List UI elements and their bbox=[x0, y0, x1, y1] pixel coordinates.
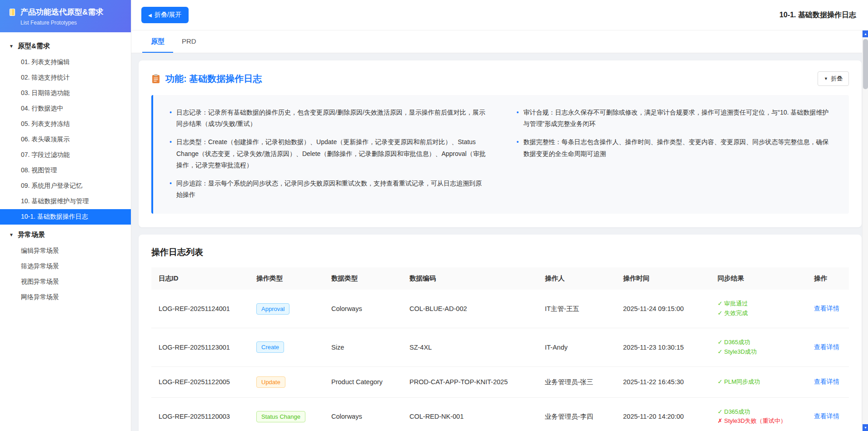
sync-status-line: ✓ D365成功 bbox=[718, 407, 799, 417]
feature-title-text: 功能: 基础数据操作日志 bbox=[165, 73, 262, 85]
action-cell: 查看详情 bbox=[807, 366, 849, 397]
table-header-row: 日志ID操作类型数据类型数据编码操作人操作时间同步结果操作 bbox=[151, 267, 849, 290]
log-id-cell: LOG-REF-20251123001 bbox=[151, 328, 249, 366]
column-header: 操作类型 bbox=[249, 267, 324, 290]
operation-type-cell: Create bbox=[249, 328, 324, 366]
sync-result-cell: ✓ PLM同步成功 bbox=[710, 366, 807, 397]
sync-result-cell: ✓ D365成功✓ Style3D成功 bbox=[710, 328, 807, 366]
data-type-cell: Product Category bbox=[324, 366, 402, 397]
log-table-card: 操作日志列表 日志ID操作类型数据类型数据编码操作人操作时间同步结果操作 LOG… bbox=[139, 235, 862, 431]
action-cell: 查看详情 bbox=[807, 397, 849, 431]
feature-bullet: 日志记录：记录所有基础数据的操作历史，包含变更原因/删除原因/失效激活原因，显示… bbox=[169, 107, 487, 130]
operator-cell: 业务管理员-李四 bbox=[538, 397, 616, 431]
scrollbar[interactable]: ▲ ▼ bbox=[862, 30, 868, 431]
sidebar-item[interactable]: 08. 视图管理 bbox=[0, 163, 131, 178]
view-detail-link[interactable]: 查看详情 bbox=[814, 305, 839, 312]
sync-status-line: ✓ 失效完成 bbox=[718, 309, 799, 318]
log-table-title: 操作日志列表 bbox=[151, 246, 849, 258]
breadcrumb: 10-1. 基础数据操作日志 bbox=[779, 10, 856, 20]
operation-type-cell: Approval bbox=[249, 290, 324, 328]
table-row: LOG-REF-20251123001CreateSizeSZ-4XLIT-An… bbox=[151, 328, 849, 366]
sync-result-cell: ✓ 审批通过✓ 失效完成 bbox=[710, 290, 807, 328]
operation-type-badge: Status Change bbox=[256, 411, 305, 422]
feature-bullet: 同步追踪：显示每个系统的同步状态，记录同步失败原因和重试次数，支持查看重试记录，… bbox=[169, 178, 487, 200]
sidebar: 产品功能迭代原型&需求 List Feature Prototypes ▼原型&… bbox=[0, 0, 131, 431]
log-table: 日志ID操作类型数据类型数据编码操作人操作时间同步结果操作 LOG-REF-20… bbox=[151, 267, 849, 431]
sidebar-item[interactable]: 编辑异常场景 bbox=[0, 243, 131, 259]
operation-type-cell: Update bbox=[249, 366, 324, 397]
feature-bullet: 审计合规：日志永久保存不可删除或修改，满足审计合规要求，操作可追溯责任可定位，与… bbox=[516, 107, 834, 130]
sidebar-section-label: 异常场景 bbox=[18, 231, 45, 239]
feature-collapse-label: 折叠 bbox=[831, 75, 843, 83]
main-area: ◀ 折叠/展开 10-1. 基础数据操作日志 原型PRD bbox=[131, 0, 868, 431]
table-row: LOG-REF-20251122005UpdateProduct Categor… bbox=[151, 366, 849, 397]
tabs-bar: 原型PRD bbox=[131, 30, 868, 53]
data-code-cell: PROD-CAT-APP-TOP-KNIT-2025 bbox=[402, 366, 538, 397]
chevron-down-icon: ▼ bbox=[824, 76, 828, 81]
data-type-cell: Colorways bbox=[324, 290, 402, 328]
sidebar-item[interactable]: 筛选异常场景 bbox=[0, 259, 131, 274]
operation-type-badge: Create bbox=[256, 341, 284, 353]
tab-prototype[interactable]: 原型 bbox=[142, 30, 173, 53]
sidebar-item[interactable]: 06. 表头吸顶展示 bbox=[0, 132, 131, 147]
sync-status-line: ✓ 审批通过 bbox=[718, 299, 799, 309]
sidebar-section-exception-scenarios[interactable]: ▼异常场景 bbox=[0, 225, 131, 243]
feature-bullet: 日志类型：Create（创建操作，记录初始数据）、Update（更新操作，记录变… bbox=[169, 136, 487, 171]
sync-status-line: ✓ Style3D成功 bbox=[718, 347, 799, 357]
clipboard-icon bbox=[151, 74, 160, 84]
sidebar-item[interactable]: 02. 筛选支持统计 bbox=[0, 70, 131, 85]
action-cell: 查看详情 bbox=[807, 290, 849, 328]
column-header: 日志ID bbox=[151, 267, 249, 290]
sync-status-line: ✓ PLM同步成功 bbox=[718, 377, 799, 387]
chevron-down-icon: ▼ bbox=[9, 44, 14, 49]
column-header: 数据编码 bbox=[402, 267, 538, 290]
data-code-cell: COL-BLUE-AD-002 bbox=[402, 290, 538, 328]
data-code-cell: COL-RED-NK-001 bbox=[402, 397, 538, 431]
sidebar-item[interactable]: 05. 列表支持冻结 bbox=[0, 116, 131, 132]
sidebar-item[interactable]: 04. 行数据选中 bbox=[0, 101, 131, 116]
feature-bullet: 数据完整性：每条日志包含操作人、操作时间、操作类型、变更内容、变更原因、同步状态… bbox=[516, 136, 834, 159]
feature-card: 功能: 基础数据操作日志 ▼ 折叠 日志记录：记录所有基础数据的操作历史，包含变… bbox=[139, 60, 862, 227]
operation-time-cell: 2025-11-24 09:15:00 bbox=[616, 290, 710, 328]
topbar: ◀ 折叠/展开 10-1. 基础数据操作日志 bbox=[131, 0, 868, 30]
chevron-down-icon: ▼ bbox=[9, 232, 14, 237]
data-code-cell: SZ-4XL bbox=[402, 328, 538, 366]
sidebar-item[interactable]: 网络异常场景 bbox=[0, 290, 131, 305]
column-header: 操作 bbox=[807, 267, 849, 290]
feature-collapse-button[interactable]: ▼ 折叠 bbox=[818, 71, 849, 86]
sidebar-nav: ▼原型&需求01. 列表支持编辑02. 筛选支持统计03. 日期筛选功能04. … bbox=[0, 32, 131, 305]
operator-cell: 业务管理员-张三 bbox=[538, 366, 616, 397]
scrollbar-thumb[interactable] bbox=[863, 39, 868, 89]
table-row: LOG-REF-20251124001ApprovalColorwaysCOL-… bbox=[151, 290, 849, 328]
sidebar-item[interactable]: 10-1. 基础数据操作日志 bbox=[0, 209, 131, 225]
sidebar-section-prototype-requirements[interactable]: ▼原型&需求 bbox=[0, 36, 131, 55]
view-detail-link[interactable]: 查看详情 bbox=[814, 343, 839, 351]
sidebar-item[interactable]: 视图异常场景 bbox=[0, 274, 131, 290]
sidebar-item[interactable]: 01. 列表支持编辑 bbox=[0, 55, 131, 70]
chevron-left-icon: ◀ bbox=[148, 13, 152, 18]
feature-description-box: 日志记录：记录所有基础数据的操作历史，包含变更原因/删除原因/失效激活原因，显示… bbox=[151, 95, 849, 214]
view-detail-link[interactable]: 查看详情 bbox=[814, 378, 839, 385]
sidebar-collapse-toggle-button[interactable]: ◀ 折叠/展开 bbox=[141, 7, 189, 23]
scroll-down-button[interactable]: ▼ bbox=[863, 424, 868, 431]
sidebar-item[interactable]: 03. 日期筛选功能 bbox=[0, 85, 131, 101]
operation-type-badge: Update bbox=[256, 376, 285, 388]
operator-cell: IT-Andy bbox=[538, 328, 616, 366]
scroll-up-button[interactable]: ▲ bbox=[863, 30, 868, 37]
operator-cell: IT主管-王五 bbox=[538, 290, 616, 328]
sidebar-item[interactable]: 09. 系统用户登录记忆 bbox=[0, 178, 131, 194]
tab-prd[interactable]: PRD bbox=[173, 30, 205, 53]
sidebar-item[interactable]: 07. 字段过滤功能 bbox=[0, 147, 131, 163]
table-row: LOG-REF-20251120003Status ChangeColorway… bbox=[151, 397, 849, 431]
operation-time-cell: 2025-11-20 14:20:00 bbox=[616, 397, 710, 431]
operation-type-badge: Approval bbox=[256, 303, 289, 315]
sidebar-section-label: 原型&需求 bbox=[18, 42, 50, 50]
sidebar-item[interactable]: 10. 基础数据维护与管理 bbox=[0, 194, 131, 209]
log-id-cell: LOG-REF-20251124001 bbox=[151, 290, 249, 328]
sidebar-title: 产品功能迭代原型&需求 bbox=[20, 7, 103, 17]
column-header: 操作时间 bbox=[616, 267, 710, 290]
view-detail-link[interactable]: 查看详情 bbox=[814, 412, 839, 420]
app-root: 产品功能迭代原型&需求 List Feature Prototypes ▼原型&… bbox=[0, 0, 868, 431]
log-id-cell: LOG-REF-20251120003 bbox=[151, 397, 249, 431]
data-type-cell: Size bbox=[324, 328, 402, 366]
